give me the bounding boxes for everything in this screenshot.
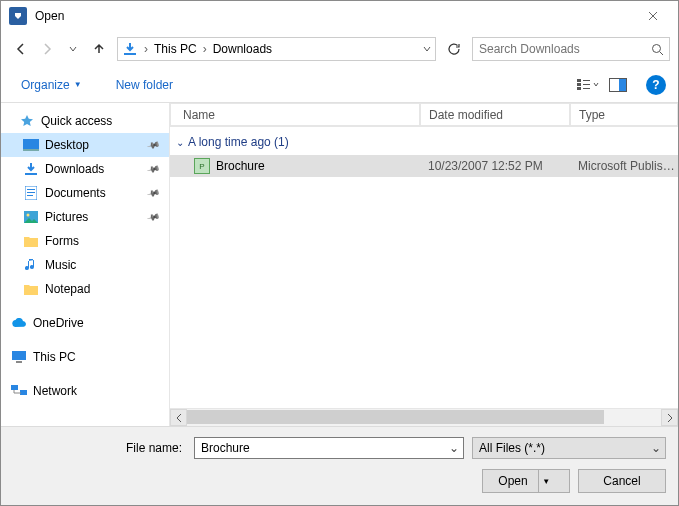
publisher-file-icon: P: [194, 158, 210, 174]
svg-point-2: [652, 44, 660, 52]
open-label: Open: [498, 474, 527, 488]
organize-button[interactable]: Organize ▼: [13, 74, 90, 96]
pictures-icon: [23, 209, 39, 225]
svg-rect-23: [20, 390, 27, 395]
navigation-pane: Quick access Desktop Downloads Documents…: [1, 103, 169, 426]
folder-icon: [23, 281, 39, 297]
address-bar[interactable]: › This PC › Downloads: [117, 37, 436, 61]
column-type[interactable]: Type: [570, 103, 678, 126]
sidebar-item-downloads[interactable]: Downloads: [1, 157, 169, 181]
search-input[interactable]: [473, 42, 645, 56]
svg-rect-16: [27, 192, 35, 193]
svg-rect-5: [577, 87, 581, 90]
window-title: Open: [35, 9, 632, 23]
file-date: 10/23/2007 12:52 PM: [420, 159, 570, 173]
horizontal-scrollbar[interactable]: [170, 408, 678, 426]
thispc-icon: [11, 349, 27, 365]
file-pane: Name Date modified Type ⌄ A long time ag…: [169, 103, 678, 426]
search-box[interactable]: [472, 37, 670, 61]
sidebar-label: Downloads: [45, 162, 104, 176]
column-name[interactable]: Name: [170, 103, 420, 126]
main-area: Quick access Desktop Downloads Documents…: [1, 103, 678, 426]
breadcrumb-downloads[interactable]: Downloads: [209, 38, 276, 60]
footer: File name: ⌄ All Files (*.*) ⌄ Open ▼ Ca…: [1, 426, 678, 505]
file-list[interactable]: ⌄ A long time ago (1) P Brochure 10/23/2…: [170, 127, 678, 408]
sidebar-network[interactable]: Network: [1, 379, 169, 403]
scroll-left-button[interactable]: [170, 409, 187, 426]
chevron-right-icon: ›: [142, 42, 150, 56]
sidebar-item-forms[interactable]: Forms: [1, 229, 169, 253]
help-button[interactable]: ?: [646, 75, 666, 95]
close-button[interactable]: [632, 1, 674, 31]
svg-rect-10: [619, 79, 626, 91]
sidebar-thispc[interactable]: This PC: [1, 345, 169, 369]
music-icon: [23, 257, 39, 273]
file-type: Microsoft Publish...: [570, 159, 678, 173]
view-options-button[interactable]: [576, 73, 600, 97]
scrollbar-thumb[interactable]: [187, 410, 604, 424]
svg-rect-11: [23, 139, 39, 149]
forward-button[interactable]: [35, 37, 59, 61]
svg-rect-4: [577, 83, 581, 86]
svg-rect-8: [583, 88, 590, 89]
group-header[interactable]: ⌄ A long time ago (1): [170, 127, 678, 155]
up-button[interactable]: [87, 37, 111, 61]
desktop-icon: [23, 137, 39, 153]
svg-rect-7: [583, 84, 590, 85]
cancel-button[interactable]: Cancel: [578, 469, 666, 493]
sidebar-item-desktop[interactable]: Desktop: [1, 133, 169, 157]
sidebar-label: Quick access: [41, 114, 112, 128]
sidebar-label: Documents: [45, 186, 106, 200]
sidebar-label: This PC: [33, 350, 76, 364]
search-icon[interactable]: [645, 43, 669, 56]
group-label: A long time ago (1): [188, 135, 289, 149]
svg-rect-22: [11, 385, 18, 390]
column-date[interactable]: Date modified: [420, 103, 570, 126]
chevron-right-icon: ›: [201, 42, 209, 56]
svg-rect-20: [12, 351, 26, 360]
svg-rect-6: [583, 80, 590, 81]
folder-icon: [23, 233, 39, 249]
breadcrumb-thispc[interactable]: This PC: [150, 38, 201, 60]
svg-rect-12: [23, 149, 39, 151]
filename-label: File name:: [126, 441, 182, 455]
sidebar-item-pictures[interactable]: Pictures: [1, 205, 169, 229]
svg-rect-3: [577, 79, 581, 82]
sidebar-label: Network: [33, 384, 77, 398]
back-button[interactable]: [9, 37, 33, 61]
nav-bar: › This PC › Downloads: [1, 31, 678, 67]
preview-pane-button[interactable]: [606, 73, 630, 97]
sidebar-item-music[interactable]: Music: [1, 253, 169, 277]
filename-input[interactable]: [195, 441, 445, 455]
sidebar-label: OneDrive: [33, 316, 84, 330]
filetype-value: All Files (*.*): [479, 441, 647, 455]
chevron-down-icon[interactable]: ▼: [538, 470, 554, 492]
app-icon: [9, 7, 27, 25]
network-icon: [11, 383, 27, 399]
open-button[interactable]: Open ▼: [482, 469, 570, 493]
new-folder-button[interactable]: New folder: [108, 74, 181, 96]
sidebar-item-documents[interactable]: Documents: [1, 181, 169, 205]
chevron-down-icon: ⌄: [176, 137, 184, 148]
organize-label: Organize: [21, 78, 70, 92]
svg-rect-1: [124, 53, 136, 55]
refresh-button[interactable]: [442, 37, 466, 61]
svg-rect-21: [16, 361, 22, 363]
filetype-select[interactable]: All Files (*.*) ⌄: [472, 437, 666, 459]
sidebar-item-notepad[interactable]: Notepad: [1, 277, 169, 301]
chevron-down-icon[interactable]: ⌄: [445, 441, 463, 455]
recent-locations-button[interactable]: [61, 37, 85, 61]
svg-rect-17: [27, 195, 33, 196]
svg-rect-13: [25, 173, 37, 175]
scroll-right-button[interactable]: [661, 409, 678, 426]
scrollbar-track[interactable]: [187, 409, 661, 426]
sidebar-quick-access[interactable]: Quick access: [1, 109, 169, 133]
chevron-down-icon: ⌄: [647, 441, 665, 455]
sidebar-onedrive[interactable]: OneDrive: [1, 311, 169, 335]
address-dropdown[interactable]: [417, 38, 435, 60]
downloads-icon: [120, 39, 140, 59]
sidebar-label: Forms: [45, 234, 79, 248]
file-row[interactable]: P Brochure 10/23/2007 12:52 PM Microsoft…: [170, 155, 678, 177]
sidebar-label: Music: [45, 258, 76, 272]
filename-combobox[interactable]: ⌄: [194, 437, 464, 459]
